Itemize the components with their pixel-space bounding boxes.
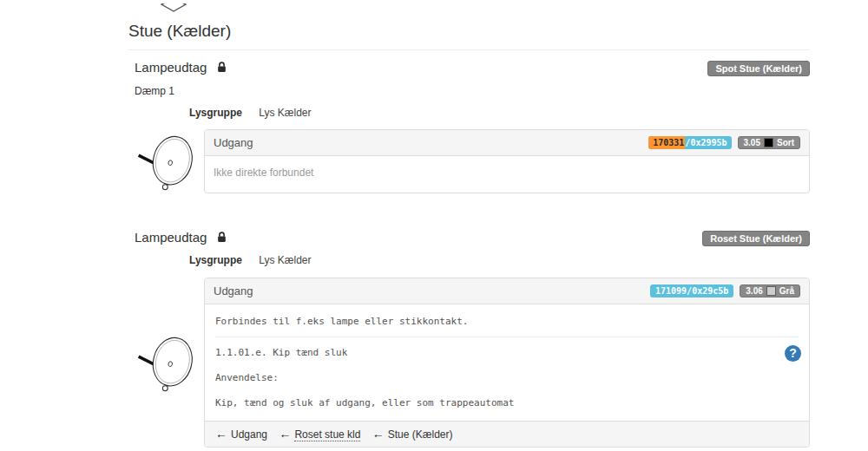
lamp-outlet-icon <box>128 129 204 193</box>
port-badge: 3.06 Grå <box>740 284 800 297</box>
output-card-title: Udgang <box>214 136 253 149</box>
arrow-left-icon: ← <box>279 427 291 441</box>
breadcrumb-link[interactable]: Roset stue kld <box>294 428 360 441</box>
port-number: 3.05 <box>744 138 760 147</box>
device-name-badge: Spot Stue (Kælder) <box>707 61 810 76</box>
arrow-left-icon: ← <box>215 427 227 441</box>
usage-text: Kip, tænd og sluk af udgang, eller som t… <box>215 397 799 409</box>
device-header-spot: Lampeudtag Spot Stue (Kælder) <box>128 60 810 76</box>
device-type: Lampeudtag <box>135 230 227 246</box>
wire-color-name: Grå <box>779 286 794 296</box>
wire-color-swatch <box>764 138 773 147</box>
address-badge: 170331/0x2995b <box>648 136 731 149</box>
link-breadcrumb: ←Udgang ←Roset stue kld ←Stue (Kælder) <box>205 421 809 447</box>
box-icon <box>161 0 187 9</box>
output-card: Udgang 170331/0x2995b 3.05 Sort Ikke dir… <box>204 129 810 193</box>
light-group-label: Lysgruppe <box>189 254 242 266</box>
device-name-badge: Roset Stue (Kælder) <box>702 231 810 246</box>
device-subtitle: Dæmp 1 <box>128 85 810 97</box>
output-badges: 170331/0x2995b 3.05 Sort <box>648 136 800 149</box>
device-type: Lampeudtag <box>135 60 227 76</box>
address-highlight: 170331 <box>648 136 685 149</box>
output-card-header: Udgang 170331/0x2995b 3.05 Sort <box>205 130 809 156</box>
title-divider <box>128 49 810 50</box>
breadcrumb-item: Udgang <box>231 428 267 441</box>
output-badges: 171099/0x29c5b 3.06 Grå <box>650 284 800 297</box>
lamp-outlet-icon <box>128 278 204 448</box>
port-number: 3.06 <box>746 286 762 296</box>
lock-icon <box>216 231 227 246</box>
help-icon[interactable]: ? <box>785 345 801 362</box>
device-type-label: Lampeudtag <box>135 230 207 245</box>
description-text: Forbindes til f.eks lampe eller stikkont… <box>215 316 799 327</box>
device-row: Udgang 171099/0x29c5b 3.06 Grå Forbindes… <box>128 278 810 448</box>
device-header-roset: Lampeudtag Roset Stue (Kælder) <box>128 230 810 246</box>
usage-label: Anvendelse: <box>215 372 799 383</box>
address-value: 171099/0x29c5b <box>650 284 733 297</box>
device-type-label: Lampeudtag <box>135 60 207 75</box>
wire-color-swatch <box>766 286 776 296</box>
output-card: Udgang 171099/0x29c5b 3.06 Grå Forbindes… <box>204 278 810 448</box>
port-badge: 3.05 Sort <box>738 136 800 149</box>
address-badge: 171099/0x29c5b <box>650 284 733 297</box>
connection-status: Ikke direkte forbundet <box>205 156 809 189</box>
wire-color-name: Sort <box>777 138 794 147</box>
light-group-row: Lysgruppe Lys Kælder <box>128 254 810 266</box>
breadcrumb-item: Stue (Kælder) <box>388 428 453 441</box>
device-row: Udgang 170331/0x2995b 3.05 Sort Ikke dir… <box>128 129 810 193</box>
output-card-header: Udgang 171099/0x29c5b 3.06 Grå <box>205 278 809 304</box>
output-description-body: Forbindes til f.eks lampe eller stikkont… <box>205 304 809 421</box>
body-divider <box>215 337 799 337</box>
address-rest: /0x2995b <box>685 136 731 149</box>
function-title: 1.1.01.e. Kip tænd sluk <box>215 347 799 358</box>
content-area: Stue (Kælder) Lampeudtag Spot Stue (Kæld… <box>128 0 810 451</box>
output-card-title: Udgang <box>214 284 253 297</box>
light-group-row: Lysgruppe Lys Kælder <box>128 107 810 119</box>
light-group-value: Lys Kælder <box>259 107 311 119</box>
light-group-value: Lys Kælder <box>259 254 311 266</box>
lock-icon <box>216 61 227 76</box>
question-mark-glyph: ? <box>789 345 797 362</box>
page-title: Stue (Kælder) <box>128 0 810 40</box>
light-group-label: Lysgruppe <box>189 107 242 119</box>
arrow-left-icon: ← <box>372 427 385 441</box>
